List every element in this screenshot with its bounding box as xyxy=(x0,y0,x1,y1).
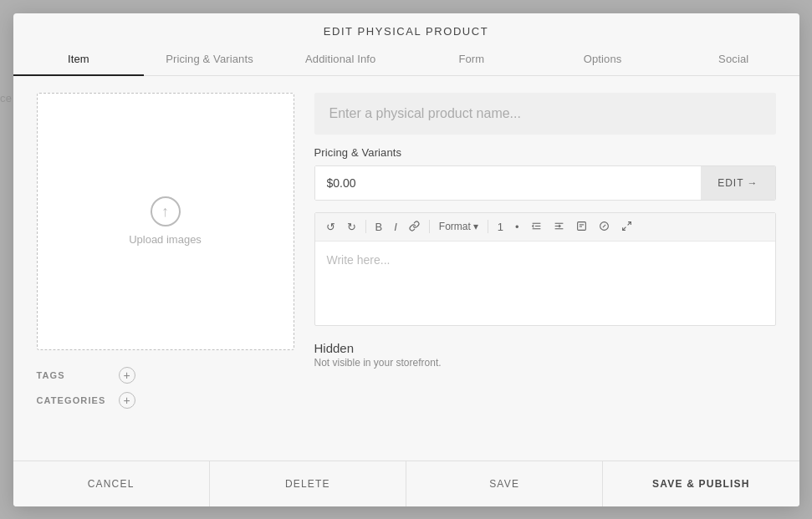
redo-button[interactable]: ↻ xyxy=(343,219,360,235)
tab-social[interactable]: Social xyxy=(668,41,799,75)
visibility-subtitle: Not visible in your storefront. xyxy=(314,357,776,369)
edit-pricing-button[interactable]: EDIT → xyxy=(701,166,774,200)
blockquote-button[interactable] xyxy=(572,218,591,236)
categories-label: CATEGORIES xyxy=(37,395,112,405)
product-name-input[interactable] xyxy=(314,93,776,135)
tab-options[interactable]: Options xyxy=(537,41,668,75)
decrease-indent-button[interactable] xyxy=(527,218,546,236)
clear-formatting-button[interactable] xyxy=(595,218,614,236)
add-tag-button[interactable]: + xyxy=(119,367,135,384)
visibility-section: Hidden Not visible in your storefront. xyxy=(314,341,776,369)
toolbar-divider-1 xyxy=(365,220,366,233)
increase-indent-icon xyxy=(554,221,564,232)
numbered-list-button[interactable]: 1 xyxy=(493,219,508,235)
decrease-indent-icon xyxy=(531,221,542,232)
tab-bar: Item Pricing & Variants Additional Info … xyxy=(13,41,799,76)
fullscreen-button[interactable] xyxy=(617,218,636,236)
tags-label: TAGS xyxy=(37,370,112,380)
toolbar-divider-2 xyxy=(429,220,430,233)
blockquote-icon xyxy=(576,221,587,232)
upload-label: Upload images xyxy=(129,233,202,246)
save-button[interactable]: SAVE xyxy=(406,461,603,506)
upload-icon: ↑ xyxy=(151,196,181,226)
delete-button[interactable]: DELETE xyxy=(210,461,406,506)
bold-button[interactable]: B xyxy=(371,219,387,235)
format-chevron-icon: ▾ xyxy=(473,221,478,232)
cancel-button[interactable]: CANCEL xyxy=(13,461,210,506)
modal-title: EDIT PHYSICAL PRODUCT xyxy=(13,13,799,38)
clear-icon xyxy=(599,221,610,232)
format-label: Format xyxy=(439,221,471,232)
right-panel: Pricing & Variants EDIT → ↺ ↻ B I xyxy=(314,93,776,450)
edit-product-modal: EDIT PHYSICAL PRODUCT Item Pricing & Var… xyxy=(13,13,799,506)
left-panel: ↑ Upload images TAGS + CATEGORIES + xyxy=(37,93,294,450)
format-dropdown[interactable]: Format ▾ xyxy=(435,218,483,235)
pricing-row: EDIT → xyxy=(314,165,776,201)
bullet-list-button[interactable]: • xyxy=(511,219,523,235)
save-publish-button[interactable]: SAVE & PUBLISH xyxy=(603,461,799,506)
rte-toolbar: ↺ ↻ B I Format ▾ 1 • xyxy=(315,213,775,242)
tab-pricing-variants[interactable]: Pricing & Variants xyxy=(144,41,275,75)
visibility-title: Hidden xyxy=(314,341,776,355)
rte-body[interactable]: Write here... xyxy=(315,242,775,325)
categories-row: CATEGORIES + xyxy=(37,392,294,409)
tags-section: TAGS + CATEGORIES + xyxy=(37,367,294,409)
tab-form[interactable]: Form xyxy=(406,41,538,75)
tags-row: TAGS + xyxy=(37,367,294,384)
fullscreen-icon xyxy=(621,221,632,232)
bg-commerce-text: erce xyxy=(0,92,12,104)
svg-line-10 xyxy=(602,224,605,226)
pricing-value-input[interactable] xyxy=(315,166,702,200)
toolbar-divider-3 xyxy=(488,220,488,233)
svg-line-12 xyxy=(622,226,626,230)
undo-button[interactable]: ↺ xyxy=(322,219,340,235)
svg-line-11 xyxy=(627,221,631,225)
content-area: ↑ Upload images TAGS + CATEGORIES + xyxy=(13,76,799,460)
link-button[interactable] xyxy=(405,218,424,236)
tab-additional-info[interactable]: Additional Info xyxy=(275,41,406,75)
link-icon xyxy=(409,221,420,232)
pricing-section: Pricing & Variants EDIT → xyxy=(314,146,776,201)
rich-text-editor: ↺ ↻ B I Format ▾ 1 • xyxy=(314,212,776,326)
tab-item[interactable]: Item xyxy=(13,41,145,75)
italic-button[interactable]: I xyxy=(390,219,401,235)
pricing-label: Pricing & Variants xyxy=(314,146,776,159)
increase-indent-button[interactable] xyxy=(549,218,569,236)
footer: CANCEL DELETE SAVE SAVE & PUBLISH xyxy=(13,460,799,506)
upload-images-box[interactable]: ↑ Upload images xyxy=(37,93,294,350)
add-category-button[interactable]: + xyxy=(119,392,135,409)
